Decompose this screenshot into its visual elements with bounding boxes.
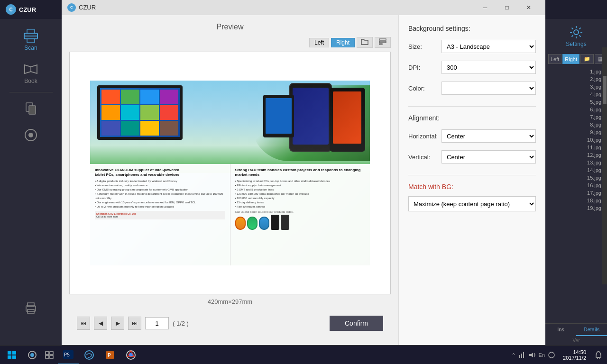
alignment-title: Alignment: xyxy=(408,114,536,122)
left-app-sidebar: C CZUR Scan Book xyxy=(0,0,62,345)
folder-button[interactable] xyxy=(357,37,373,48)
file-item-8[interactable]: 8.jpg xyxy=(545,121,607,128)
settings-label: Settings xyxy=(566,41,586,47)
right-nav-button[interactable]: Right xyxy=(331,38,355,47)
size-select[interactable]: A3 - Landscape A4 - Portrait A4 - Landsc… xyxy=(441,40,536,53)
taskbar-time: 14:50 xyxy=(573,349,586,355)
file-item-12[interactable]: 12.jpg xyxy=(545,151,607,159)
notification-icon xyxy=(595,351,602,359)
cortana-button[interactable] xyxy=(24,346,41,364)
sidebar-item-scan[interactable]: Scan xyxy=(0,23,62,56)
svg-line-23 xyxy=(572,36,573,37)
sidebar-item-record[interactable] xyxy=(0,122,62,148)
sidebar-book-label: Book xyxy=(24,78,37,84)
preview-panel: Preview Left Right xyxy=(62,15,398,345)
svg-line-20 xyxy=(572,28,573,29)
notification-button[interactable] xyxy=(590,346,607,364)
vertical-select[interactable]: Center Top Bottom xyxy=(441,150,536,164)
task-view-button[interactable] xyxy=(41,346,58,364)
svg-rect-41 xyxy=(519,355,520,358)
file-item-18[interactable]: 18.jpg xyxy=(545,197,607,204)
right-button[interactable]: Right xyxy=(562,54,579,64)
file-item-4[interactable]: 4.jpg xyxy=(545,91,607,98)
close-button[interactable]: ✕ xyxy=(518,0,540,15)
dpi-row: DPI: 150 200 300 600 xyxy=(408,61,536,74)
svg-line-21 xyxy=(579,36,581,37)
expand-tray-button[interactable]: ^ xyxy=(512,352,515,358)
taskbar-app-powershell[interactable]: PS xyxy=(58,346,79,364)
taskbar-app-edge[interactable] xyxy=(79,346,100,364)
ins-tab[interactable]: Ins xyxy=(545,324,576,336)
confirm-button[interactable]: Confirm xyxy=(330,316,383,331)
vertical-row: Vertical: Center Top Bottom xyxy=(408,150,536,164)
taskbar-date: 2017/11/2 xyxy=(563,355,586,361)
preview-title: Preview xyxy=(69,23,391,31)
ad-phone1 xyxy=(289,83,332,152)
svg-text:P: P xyxy=(108,353,111,358)
svg-rect-33 xyxy=(50,355,53,358)
color-select[interactable]: Color Grayscale Black & White xyxy=(441,82,536,95)
settings-divider2 xyxy=(408,175,536,175)
file-item-10[interactable]: 10.jpg xyxy=(545,136,607,144)
file-item-13[interactable]: 13.jpg xyxy=(545,159,607,166)
minimize-button[interactable]: ─ xyxy=(474,0,496,15)
size-row: Size: A3 - Landscape A4 - Portrait A4 - … xyxy=(408,40,536,53)
svg-rect-25 xyxy=(12,351,16,355)
taskbar-clock[interactable]: 14:50 2017/11/2 xyxy=(559,349,590,361)
left-nav-button[interactable]: Left xyxy=(309,38,329,47)
list-button[interactable] xyxy=(375,37,391,48)
match-bg-select[interactable]: Maximize (keep content page ratio) Stret… xyxy=(408,196,536,211)
maximize-button[interactable]: □ xyxy=(496,0,518,15)
left-button[interactable]: Left xyxy=(548,54,561,64)
taskbar-app-powerpoint[interactable]: P xyxy=(100,346,120,364)
sidebar-divider xyxy=(9,92,53,92)
file-item-6[interactable]: 6.jpg xyxy=(545,106,607,113)
file-item-5[interactable]: 5.jpg xyxy=(545,98,607,106)
svg-rect-6 xyxy=(29,106,36,114)
svg-point-29 xyxy=(30,353,34,357)
file-item-15[interactable]: 15.jpg xyxy=(545,174,607,182)
file-item-7[interactable]: 7.jpg xyxy=(545,113,607,121)
file-item-3[interactable]: 3.jpg xyxy=(545,83,607,91)
svg-text:PS: PS xyxy=(64,352,70,357)
system-tray: ^ En xyxy=(508,351,559,359)
scan-icon xyxy=(20,27,41,45)
file-item-17[interactable]: 17.jpg xyxy=(545,189,607,197)
preview-footer: ⏮ ◀ ▶ ⏭ ( 1/2 ) Confirm xyxy=(69,309,391,337)
powerpoint-icon: P xyxy=(105,350,115,360)
folder-nav-button[interactable]: 📁 xyxy=(580,54,594,64)
settings-icon xyxy=(566,24,587,41)
taskbar: PS P ^ En xyxy=(0,345,607,364)
settings-button[interactable]: Settings xyxy=(545,19,607,52)
color-label: Color: xyxy=(408,85,441,92)
horizontal-select[interactable]: Center Left Right xyxy=(441,129,536,143)
file-tabs: Ins Details xyxy=(545,323,607,336)
file-item-2[interactable]: 2.jpg xyxy=(545,75,607,83)
file-item-19[interactable]: 19.jpg xyxy=(545,204,607,212)
next-page-button[interactable]: ▶ xyxy=(111,317,124,330)
file-item-1[interactable]: 1.jpg xyxy=(545,68,607,75)
details-tab[interactable]: Details xyxy=(576,324,607,336)
first-page-button[interactable]: ⏮ xyxy=(77,317,90,330)
svg-point-44 xyxy=(549,352,554,358)
sidebar-item-page[interactable] xyxy=(0,95,62,122)
sidebar-item-book[interactable]: Book xyxy=(0,56,62,89)
start-button[interactable] xyxy=(0,346,24,364)
scrollbar-thumb[interactable] xyxy=(603,76,607,104)
file-item-11[interactable]: 11.jpg xyxy=(545,144,607,151)
ime-indicator[interactable]: En xyxy=(539,352,545,358)
preview-image-area: Innovative OEM/ODM supplier of Intel-pow… xyxy=(69,52,391,294)
page-number-input[interactable] xyxy=(145,317,169,329)
last-page-button[interactable]: ⏭ xyxy=(128,317,141,330)
sidebar-item-print[interactable] xyxy=(0,300,62,317)
task-view-icon xyxy=(45,351,54,359)
dpi-select[interactable]: 150 200 300 600 xyxy=(441,61,536,74)
svg-point-15 xyxy=(574,30,579,35)
file-item-16[interactable]: 16.jpg xyxy=(545,182,607,189)
svg-rect-12 xyxy=(379,39,386,40)
file-item-9[interactable]: 9.jpg xyxy=(545,128,607,136)
page-icon xyxy=(20,100,41,117)
prev-page-button[interactable]: ◀ xyxy=(94,317,107,330)
taskbar-app-chrome[interactable] xyxy=(120,346,141,364)
file-item-14[interactable]: 14.jpg xyxy=(545,166,607,174)
